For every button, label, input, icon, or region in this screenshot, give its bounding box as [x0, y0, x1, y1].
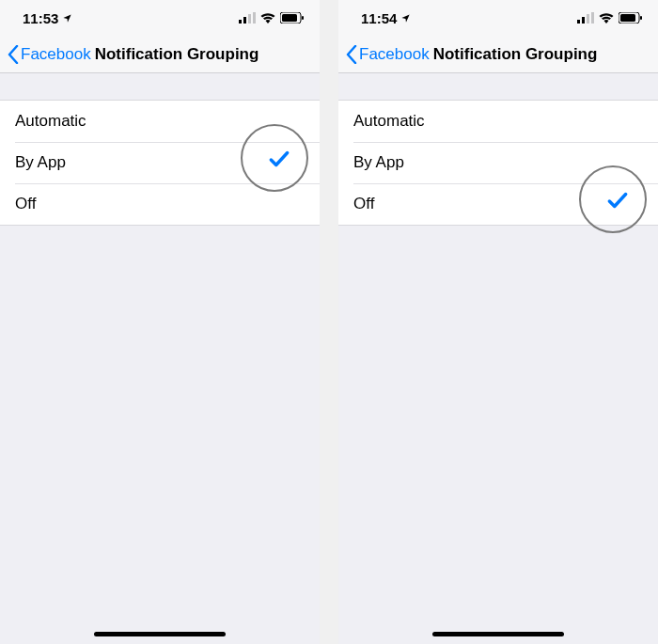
navigation-bar: Facebook Notification Grouping — [0, 36, 320, 73]
navigation-bar: Facebook Notification Grouping — [338, 36, 658, 73]
svg-rect-9 — [587, 14, 589, 24]
svg-rect-0 — [239, 20, 242, 24]
option-label: By App — [15, 153, 66, 172]
status-bar: 11:53 — [0, 0, 320, 36]
option-label: By App — [353, 153, 404, 172]
option-row-automatic[interactable]: Automatic — [338, 101, 658, 142]
section-spacer — [0, 73, 320, 100]
phone-screen-left: 11:53 Facebook Notification Grouping Aut — [0, 0, 320, 644]
chevron-left-icon — [8, 45, 19, 64]
status-time: 11:53 — [23, 10, 58, 26]
wifi-icon — [599, 12, 614, 24]
wifi-icon — [260, 12, 275, 24]
svg-rect-10 — [591, 12, 594, 24]
svg-rect-7 — [577, 20, 580, 24]
home-indicator[interactable] — [432, 632, 564, 636]
page-title: Notification Grouping — [95, 45, 259, 64]
option-label: Automatic — [15, 112, 86, 131]
cellular-signal-icon — [577, 12, 594, 24]
phone-screen-right: 11:54 Facebook Notification Grouping Aut — [338, 0, 658, 644]
status-time: 11:54 — [361, 10, 397, 26]
back-button[interactable]: Facebook — [8, 45, 91, 64]
svg-rect-1 — [243, 17, 246, 24]
back-label: Facebook — [21, 45, 91, 64]
battery-icon — [619, 12, 643, 24]
svg-rect-13 — [640, 16, 642, 20]
back-label: Facebook — [359, 45, 430, 64]
svg-rect-8 — [582, 17, 585, 24]
status-bar: 11:54 — [338, 0, 658, 36]
battery-icon — [280, 12, 305, 24]
svg-rect-5 — [282, 14, 297, 22]
checkmark-icon — [605, 188, 630, 212]
option-label: Off — [15, 195, 36, 213]
option-row-off[interactable]: Off — [0, 183, 320, 225]
chevron-left-icon — [346, 45, 357, 64]
page-title: Notification Grouping — [433, 45, 598, 64]
location-icon — [400, 13, 411, 24]
svg-rect-2 — [248, 14, 251, 24]
cellular-signal-icon — [239, 12, 256, 24]
section-spacer — [338, 73, 658, 100]
svg-rect-12 — [620, 14, 635, 22]
checkmark-icon — [267, 147, 291, 171]
option-row-automatic[interactable]: Automatic — [0, 101, 320, 142]
back-button[interactable]: Facebook — [346, 45, 430, 64]
location-icon — [62, 13, 72, 24]
option-label: Automatic — [353, 112, 425, 131]
svg-rect-3 — [253, 12, 256, 24]
home-indicator[interactable] — [94, 632, 226, 636]
svg-rect-6 — [302, 16, 304, 20]
option-row-by-app[interactable]: By App — [338, 142, 658, 183]
option-label: Off — [353, 195, 374, 213]
